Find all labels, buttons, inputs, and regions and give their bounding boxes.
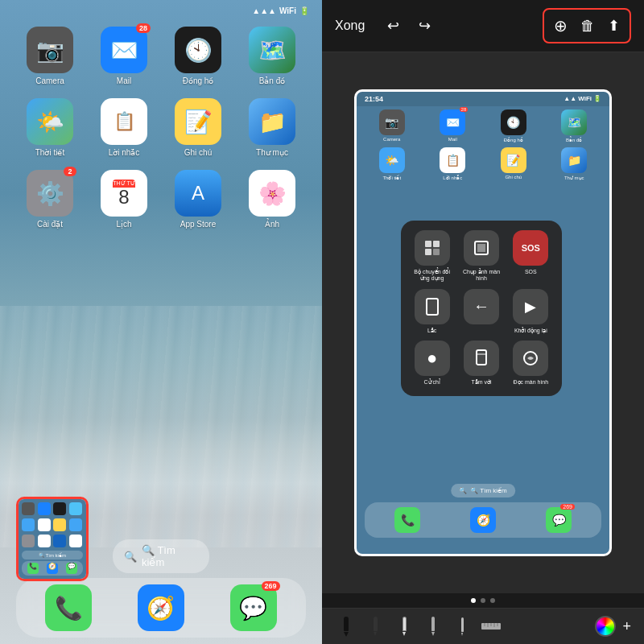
preview-dock: 📞 🧭 💬 269 bbox=[365, 502, 601, 538]
dock-phone[interactable]: 📞 bbox=[45, 584, 92, 631]
messages-icon-bg: 💬 269 bbox=[230, 584, 277, 631]
app-clock[interactable]: 🕙 Đồng hồ bbox=[164, 27, 232, 85]
pen-tool-3[interactable] bbox=[393, 615, 415, 638]
color-wheel[interactable] bbox=[595, 616, 616, 637]
maps-icon: 🗺️ bbox=[258, 37, 287, 64]
app-camera[interactable]: 📷 Camera bbox=[16, 27, 84, 85]
touch-label: Tắm với bbox=[471, 379, 491, 386]
search-bar[interactable]: 🔍 🔍 Tìm kiếm bbox=[113, 539, 209, 573]
notes-icon: 📝 bbox=[184, 109, 213, 135]
marker-button[interactable]: ⊕ bbox=[551, 13, 571, 39]
calendar-icon-bg: THỨ TƯ 8 bbox=[101, 170, 147, 217]
svg-rect-0 bbox=[425, 241, 431, 247]
back-icon: ← bbox=[464, 289, 499, 324]
app-appstore[interactable]: A App Store bbox=[164, 170, 232, 229]
pen-tool-2[interactable] bbox=[364, 615, 386, 638]
mail-icon: ✉️ bbox=[110, 37, 138, 64]
dock-messages[interactable]: 💬 269 bbox=[230, 584, 277, 631]
preview-frame: 21:54 ▲▲ WiFi 🔋 📷 Camera ✉️ 28 bbox=[354, 89, 612, 556]
mail-icon-bg: ✉️ 28 bbox=[101, 27, 147, 73]
app-settings[interactable]: ⚙️ 2 Cài đặt bbox=[16, 170, 84, 229]
appstore-icon-bg: A bbox=[175, 170, 221, 217]
prev-mail-icon: ✉️ 28 bbox=[440, 109, 465, 135]
preview-search-icon: 🔍 bbox=[459, 487, 467, 494]
app-switcher-label: Bộ chuyển đổi ứng dụng bbox=[411, 269, 453, 283]
menu-sos[interactable]: SOS SOS bbox=[510, 230, 552, 283]
right-panel: Xong ↩ ↪ ⊕ 🗑 ⬆ 21:54 ▲▲ WiFi 🔋 bbox=[322, 0, 644, 644]
status-bar: ▲▲▲ WiFi 🔋 bbox=[0, 0, 322, 19]
menu-shake[interactable]: Lắc bbox=[411, 289, 453, 334]
weather-label: Thời tiết bbox=[35, 148, 64, 157]
app-switcher-icon bbox=[415, 230, 450, 266]
prev-mail: ✉️ 28 Mail bbox=[424, 109, 482, 142]
ruler-tool[interactable] bbox=[480, 615, 502, 638]
app-mail[interactable]: ✉️ 28 Mail bbox=[90, 27, 158, 85]
prev-notes-icon: 📝 bbox=[501, 147, 526, 173]
add-tool-button[interactable]: + bbox=[622, 618, 631, 635]
camera-icon-bg: 📷 bbox=[27, 27, 73, 73]
screenshot-preview: 21:54 ▲▲ WiFi 🔋 📷 Camera ✉️ 28 bbox=[322, 52, 644, 593]
prev-dock-messages: 💬 269 bbox=[546, 507, 572, 533]
app-photos[interactable]: 🌸 Ảnh bbox=[238, 170, 306, 229]
photos-icon-bg: 🌸 bbox=[249, 170, 295, 217]
app-notes[interactable]: 📝 Ghi chú bbox=[164, 98, 232, 157]
camera-label: Camera bbox=[35, 76, 64, 85]
done-button[interactable]: Xong bbox=[335, 19, 365, 33]
sos-label: SOS bbox=[525, 269, 537, 275]
share-button[interactable]: ⬆ bbox=[605, 13, 623, 39]
photos-icon: 🌸 bbox=[258, 180, 287, 207]
calendar-label: Lịch bbox=[116, 220, 131, 229]
reboot-icon: ▶ bbox=[513, 289, 548, 324]
screenshot-thumbnail[interactable]: 🔍 Tìm kiếm 📞 🧭 💬 bbox=[16, 497, 89, 581]
svg-rect-6 bbox=[427, 299, 438, 315]
prev-maps-icon: 🗺️ bbox=[561, 109, 587, 135]
camera-icon: 📷 bbox=[36, 37, 64, 64]
pen-tool-1[interactable] bbox=[335, 615, 357, 638]
reboot-label: Khởi động lại bbox=[514, 328, 547, 334]
menu-touch[interactable]: Tắm với bbox=[460, 341, 502, 386]
prev-reminders-icon: 📋 bbox=[440, 147, 465, 173]
reminders-icon-bg: 📋 bbox=[101, 98, 147, 145]
settings-label: Cài đặt bbox=[37, 220, 63, 229]
weather-icon-bg: 🌤️ bbox=[27, 98, 73, 145]
prev-clock-icon: 🕙 bbox=[501, 109, 526, 135]
files-label: Thư mục bbox=[256, 148, 288, 157]
files-icon: 📁 bbox=[258, 109, 287, 135]
menu-reboot[interactable]: ▶ Khởi động lại bbox=[510, 289, 552, 334]
drawing-toolbar: + bbox=[322, 608, 644, 644]
files-icon-bg: 📁 bbox=[249, 98, 295, 145]
messages-icon: 💬 bbox=[239, 595, 267, 621]
menu-gesture[interactable]: ● Cử chỉ bbox=[411, 341, 453, 386]
app-calendar[interactable]: THỨ TƯ 8 Lịch bbox=[90, 170, 158, 229]
app-reminders[interactable]: 📋 Lời nhắc bbox=[90, 98, 158, 157]
prev-camera: 📷 Camera bbox=[363, 109, 421, 142]
trash-button[interactable]: 🗑 bbox=[577, 13, 598, 39]
pen-tool-5[interactable] bbox=[451, 615, 473, 638]
sos-icon: SOS bbox=[513, 230, 548, 266]
dock-safari[interactable]: 🧭 bbox=[138, 584, 184, 631]
app-maps[interactable]: 🗺️ Bản đồ bbox=[238, 27, 306, 85]
redo-button[interactable]: ↪ bbox=[415, 14, 434, 38]
menu-screenshot[interactable]: Chụp ảnh màn hình bbox=[460, 230, 502, 283]
prev-weather: 🌤️ Thời tiết bbox=[363, 147, 421, 180]
undo-button[interactable]: ↩ bbox=[384, 14, 402, 38]
read-icon bbox=[513, 341, 548, 376]
weather-icon: 🌤️ bbox=[36, 109, 64, 135]
preview-app-grid: 📷 Camera ✉️ 28 Mail 🕙 Đồng hồ 🗺️ Bản bbox=[357, 106, 609, 184]
clock-icon-bg: 🕙 bbox=[175, 27, 221, 73]
menu-back[interactable]: ← bbox=[460, 289, 502, 334]
menu-app-switcher[interactable]: Bộ chuyển đổi ứng dụng bbox=[411, 230, 453, 283]
app-files[interactable]: 📁 Thư mục bbox=[238, 98, 306, 157]
phone-icon-bg: 📞 bbox=[45, 584, 92, 631]
safari-icon: 🧭 bbox=[147, 595, 175, 621]
menu-read[interactable]: Đọc màn hình bbox=[510, 341, 552, 386]
notes-icon-bg: 📝 bbox=[175, 98, 221, 145]
phone-icon: 📞 bbox=[55, 595, 83, 621]
dock: 📞 🧭 💬 269 bbox=[16, 578, 306, 638]
pen-tool-4[interactable] bbox=[422, 615, 444, 638]
safari-icon-bg: 🧭 bbox=[138, 584, 184, 631]
maps-icon-bg: 🗺️ bbox=[249, 27, 295, 73]
app-weather[interactable]: 🌤️ Thời tiết bbox=[16, 98, 84, 157]
svg-rect-7 bbox=[477, 350, 486, 365]
settings-badge: 2 bbox=[64, 167, 76, 176]
